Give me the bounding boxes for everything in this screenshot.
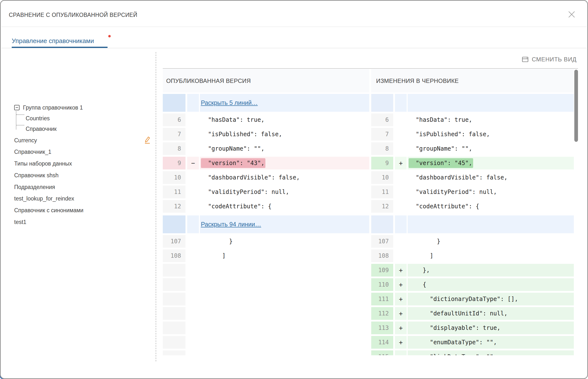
diff-sign: +: [395, 307, 407, 320]
diff-row-right: 7 "isPublished": false,: [371, 127, 574, 142]
expand-sign-cell: [187, 215, 199, 233]
diff-sign: [187, 200, 199, 213]
pane-gap: [369, 215, 371, 235]
cell-gap: [393, 249, 395, 263]
close-button[interactable]: [567, 10, 576, 19]
tree-connector-horizontal: [16, 125, 24, 126]
tabbar-divider: [1, 48, 587, 48]
diff-row: 110+ {: [163, 278, 578, 292]
expand-lines-link[interactable]: Раскрыть 5 линий…: [201, 99, 258, 106]
code-line: }: [408, 235, 574, 248]
diff-row-left: 7 "isPublished": false,: [163, 127, 369, 142]
pane-gap: [369, 335, 371, 350]
diff-row-right: 8 "groupName": "",: [371, 142, 574, 156]
line-number-cell: 111: [371, 293, 393, 305]
line-number-cell: 12: [371, 200, 393, 213]
tab-dictionary-management[interactable]: Управление справочниками: [12, 37, 94, 45]
diff-sign: [187, 142, 199, 155]
expand-sign-cell: [187, 94, 199, 112]
diff-sign: [187, 235, 199, 248]
expand-row: Раскрыть 5 линий…: [163, 94, 578, 113]
diff-row-right: 110+ {: [371, 278, 574, 292]
cell-gap: [393, 292, 395, 307]
line-number-cell: 10: [163, 171, 185, 184]
compare-dialog: СРАВНЕНИЕ С ОПУБЛИКОВАННОЙ ВЕРСИЕЙ Управ…: [0, 0, 588, 379]
tree-item-справочник-1[interactable]: Справочник_1: [14, 148, 51, 156]
code-line: "enumDataType": "",: [408, 336, 574, 349]
pane-gap: [369, 142, 371, 156]
diff-row-right: 114+ "enumDataType": "",: [371, 335, 574, 350]
cell-gap: [185, 171, 187, 185]
cell-gap: [185, 156, 187, 171]
pane-gap: [369, 278, 371, 292]
line-number-cell: 110: [371, 278, 393, 291]
edit-pencil-button[interactable]: [143, 136, 151, 144]
code-line: [200, 278, 369, 291]
cell-gap: [393, 350, 395, 355]
panel-separator[interactable]: [156, 52, 156, 361]
header-divider: [1, 27, 587, 27]
change-view-button[interactable]: СМЕНИТЬ ВИД: [522, 56, 576, 63]
diff-row-left: 10 "dashboardVisible": false,: [163, 171, 369, 185]
line-number-cell: [163, 322, 185, 334]
pane-gap: [369, 263, 371, 278]
line-number-cell: [163, 336, 185, 349]
diff-row: 7 "isPublished": false,7 "isPublished": …: [163, 127, 578, 142]
tree-item-currency[interactable]: Currency: [14, 137, 37, 144]
diff-sign: [187, 128, 199, 141]
diff-sign: [395, 249, 407, 262]
pane-gap: [369, 235, 371, 249]
line-number-cell: [163, 293, 185, 305]
diff-row: 107 }107 }: [163, 235, 578, 249]
tree-item-test1[interactable]: test1: [14, 218, 26, 226]
diff-row-left: 108 ]: [163, 249, 369, 263]
cell-gap: [393, 94, 395, 113]
cell-gap: [393, 321, 395, 335]
cell-gap: [185, 215, 187, 235]
diff-sign: +: [395, 278, 407, 291]
code-line: "hasData": true,: [200, 113, 369, 126]
diff-row: 114+ "enumDataType": "",: [163, 335, 578, 350]
diff-sign: [187, 322, 199, 334]
dictionary-tree: Группа справочников 1 CountriesСправочни…: [1, 50, 155, 363]
cell-gap: [185, 235, 187, 249]
scrollbar-thumb[interactable]: [574, 70, 578, 142]
tree-connector-vertical: [16, 111, 16, 129]
tree-item-подразделения[interactable]: Подразделения: [14, 183, 55, 191]
expand-link-cell: Раскрыть 5 линий…: [200, 94, 369, 112]
diff-sign: [395, 200, 407, 213]
diff-sign: [187, 249, 199, 262]
inline-change-chip: "version": "45",: [409, 158, 473, 168]
code-line: [200, 264, 369, 277]
diff-row: 8 "groupName": "",8 "groupName": "",: [163, 142, 578, 156]
code-line: "displayable": true,: [408, 322, 574, 334]
published-version-header: ОПУБЛИКОВАННАЯ ВЕРСИЯ: [163, 69, 369, 93]
tree-item-справочник-с-синонимами[interactable]: Справочник с синонимами: [14, 207, 83, 214]
cell-gap: [185, 200, 187, 214]
tree-item-справочник[interactable]: Справочник: [26, 125, 57, 133]
tree-item-справочник-shsh[interactable]: Справочник shsh: [14, 172, 59, 179]
diff-row: 10 "dashboardVisible": false,10 "dashboa…: [163, 171, 578, 185]
line-number-cell: 9: [371, 157, 393, 170]
tree-item-countries[interactable]: Countries: [26, 115, 50, 122]
tree-item-типы-наборов-данных[interactable]: Типы наборов данных: [14, 160, 72, 167]
pane-gap: [369, 156, 371, 171]
line-number-cell: 108: [163, 249, 185, 262]
line-number-cell: 113: [371, 322, 393, 334]
code-line: "version": "45",: [408, 157, 574, 170]
collapse-minus-icon[interactable]: [14, 105, 20, 110]
line-number-cell: 107: [163, 235, 185, 248]
pane-gap: [369, 185, 371, 200]
line-number-cell: [163, 278, 185, 291]
expand-gutter: [163, 215, 185, 233]
code-line: "groupName": "",: [200, 142, 369, 155]
diff-sign: [395, 235, 407, 248]
cell-gap: [185, 263, 187, 278]
diff-row: 108 ]108 ]: [163, 249, 578, 263]
tree-group-row[interactable]: Группа справочников 1: [14, 104, 83, 111]
diff-row-left: 107 }: [163, 235, 369, 249]
expand-lines-link[interactable]: Раскрыть 94 линии…: [201, 221, 261, 228]
diff-row: 9− "version": "43",9+ "version": "45",: [163, 156, 578, 171]
cell-gap: [185, 94, 187, 113]
tree-item-test-lookup-for-reindex[interactable]: test_lookup_for_reindex: [14, 195, 74, 202]
